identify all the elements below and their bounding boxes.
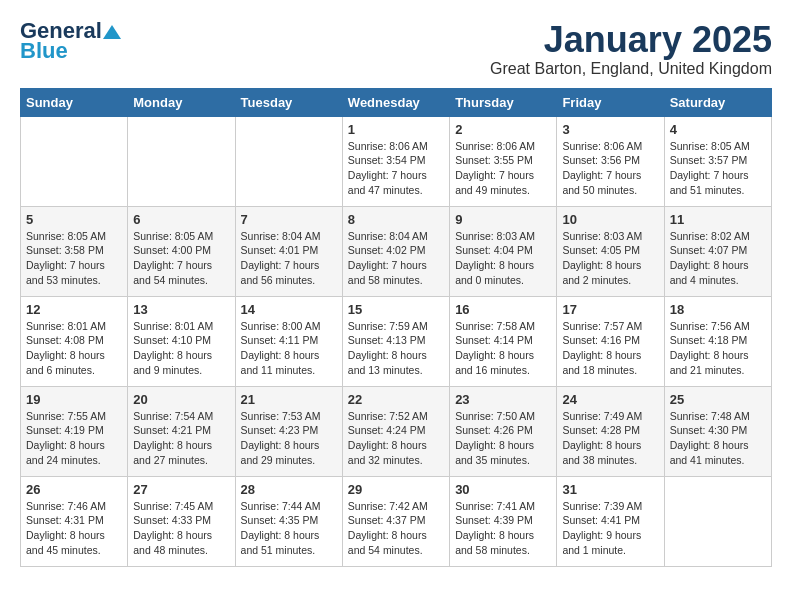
day-info: Sunrise: 7:58 AM Sunset: 4:14 PM Dayligh… [455, 319, 551, 378]
day-number: 3 [562, 122, 658, 137]
calendar-cell: 6Sunrise: 8:05 AM Sunset: 4:00 PM Daylig… [128, 206, 235, 296]
day-info: Sunrise: 8:06 AM Sunset: 3:56 PM Dayligh… [562, 139, 658, 198]
svg-marker-0 [103, 25, 121, 39]
calendar-cell: 3Sunrise: 8:06 AM Sunset: 3:56 PM Daylig… [557, 116, 664, 206]
day-number: 14 [241, 302, 337, 317]
day-number: 30 [455, 482, 551, 497]
day-info: Sunrise: 7:44 AM Sunset: 4:35 PM Dayligh… [241, 499, 337, 558]
calendar-cell: 10Sunrise: 8:03 AM Sunset: 4:05 PM Dayli… [557, 206, 664, 296]
day-number: 25 [670, 392, 766, 407]
day-info: Sunrise: 8:04 AM Sunset: 4:02 PM Dayligh… [348, 229, 444, 288]
day-info: Sunrise: 7:46 AM Sunset: 4:31 PM Dayligh… [26, 499, 122, 558]
calendar-cell [235, 116, 342, 206]
calendar-cell: 21Sunrise: 7:53 AM Sunset: 4:23 PM Dayli… [235, 386, 342, 476]
day-info: Sunrise: 8:05 AM Sunset: 3:58 PM Dayligh… [26, 229, 122, 288]
day-number: 1 [348, 122, 444, 137]
day-number: 10 [562, 212, 658, 227]
calendar-cell: 13Sunrise: 8:01 AM Sunset: 4:10 PM Dayli… [128, 296, 235, 386]
calendar-body: 1Sunrise: 8:06 AM Sunset: 3:54 PM Daylig… [21, 116, 772, 566]
week-row-1: 1Sunrise: 8:06 AM Sunset: 3:54 PM Daylig… [21, 116, 772, 206]
day-number: 24 [562, 392, 658, 407]
day-number: 26 [26, 482, 122, 497]
calendar-cell: 26Sunrise: 7:46 AM Sunset: 4:31 PM Dayli… [21, 476, 128, 566]
header-cell-friday: Friday [557, 88, 664, 116]
day-number: 12 [26, 302, 122, 317]
calendar-title: January 2025 [490, 20, 772, 60]
calendar-cell: 24Sunrise: 7:49 AM Sunset: 4:28 PM Dayli… [557, 386, 664, 476]
day-number: 9 [455, 212, 551, 227]
day-info: Sunrise: 7:45 AM Sunset: 4:33 PM Dayligh… [133, 499, 229, 558]
header-cell-monday: Monday [128, 88, 235, 116]
header-cell-sunday: Sunday [21, 88, 128, 116]
day-number: 8 [348, 212, 444, 227]
day-number: 11 [670, 212, 766, 227]
day-number: 18 [670, 302, 766, 317]
header-row: SundayMondayTuesdayWednesdayThursdayFrid… [21, 88, 772, 116]
calendar-cell: 22Sunrise: 7:52 AM Sunset: 4:24 PM Dayli… [342, 386, 449, 476]
week-row-4: 19Sunrise: 7:55 AM Sunset: 4:19 PM Dayli… [21, 386, 772, 476]
day-info: Sunrise: 7:42 AM Sunset: 4:37 PM Dayligh… [348, 499, 444, 558]
day-info: Sunrise: 7:53 AM Sunset: 4:23 PM Dayligh… [241, 409, 337, 468]
calendar-cell: 4Sunrise: 8:05 AM Sunset: 3:57 PM Daylig… [664, 116, 771, 206]
day-number: 13 [133, 302, 229, 317]
day-number: 7 [241, 212, 337, 227]
calendar-cell: 9Sunrise: 8:03 AM Sunset: 4:04 PM Daylig… [450, 206, 557, 296]
day-info: Sunrise: 7:50 AM Sunset: 4:26 PM Dayligh… [455, 409, 551, 468]
calendar-cell: 14Sunrise: 8:00 AM Sunset: 4:11 PM Dayli… [235, 296, 342, 386]
calendar-cell: 20Sunrise: 7:54 AM Sunset: 4:21 PM Dayli… [128, 386, 235, 476]
day-info: Sunrise: 7:55 AM Sunset: 4:19 PM Dayligh… [26, 409, 122, 468]
calendar-cell: 25Sunrise: 7:48 AM Sunset: 4:30 PM Dayli… [664, 386, 771, 476]
day-info: Sunrise: 8:03 AM Sunset: 4:04 PM Dayligh… [455, 229, 551, 288]
day-info: Sunrise: 8:02 AM Sunset: 4:07 PM Dayligh… [670, 229, 766, 288]
day-number: 4 [670, 122, 766, 137]
day-number: 19 [26, 392, 122, 407]
header-cell-wednesday: Wednesday [342, 88, 449, 116]
day-number: 28 [241, 482, 337, 497]
title-section: January 2025 Great Barton, England, Unit… [490, 20, 772, 78]
logo-blue: Blue [20, 40, 68, 62]
calendar-subtitle: Great Barton, England, United Kingdom [490, 60, 772, 78]
day-info: Sunrise: 8:06 AM Sunset: 3:54 PM Dayligh… [348, 139, 444, 198]
calendar-cell: 12Sunrise: 8:01 AM Sunset: 4:08 PM Dayli… [21, 296, 128, 386]
calendar-cell: 28Sunrise: 7:44 AM Sunset: 4:35 PM Dayli… [235, 476, 342, 566]
calendar-cell: 30Sunrise: 7:41 AM Sunset: 4:39 PM Dayli… [450, 476, 557, 566]
day-info: Sunrise: 7:57 AM Sunset: 4:16 PM Dayligh… [562, 319, 658, 378]
day-info: Sunrise: 7:52 AM Sunset: 4:24 PM Dayligh… [348, 409, 444, 468]
day-number: 27 [133, 482, 229, 497]
day-number: 15 [348, 302, 444, 317]
day-info: Sunrise: 8:03 AM Sunset: 4:05 PM Dayligh… [562, 229, 658, 288]
logo-icon [103, 25, 121, 39]
calendar-cell: 17Sunrise: 7:57 AM Sunset: 4:16 PM Dayli… [557, 296, 664, 386]
calendar-cell: 15Sunrise: 7:59 AM Sunset: 4:13 PM Dayli… [342, 296, 449, 386]
day-info: Sunrise: 8:05 AM Sunset: 4:00 PM Dayligh… [133, 229, 229, 288]
week-row-3: 12Sunrise: 8:01 AM Sunset: 4:08 PM Dayli… [21, 296, 772, 386]
week-row-5: 26Sunrise: 7:46 AM Sunset: 4:31 PM Dayli… [21, 476, 772, 566]
calendar-cell: 31Sunrise: 7:39 AM Sunset: 4:41 PM Dayli… [557, 476, 664, 566]
day-number: 5 [26, 212, 122, 227]
day-number: 16 [455, 302, 551, 317]
calendar-cell [21, 116, 128, 206]
header-cell-saturday: Saturday [664, 88, 771, 116]
calendar-cell [128, 116, 235, 206]
day-number: 29 [348, 482, 444, 497]
calendar-cell: 19Sunrise: 7:55 AM Sunset: 4:19 PM Dayli… [21, 386, 128, 476]
day-number: 31 [562, 482, 658, 497]
logo: General Blue [20, 20, 122, 62]
day-info: Sunrise: 8:00 AM Sunset: 4:11 PM Dayligh… [241, 319, 337, 378]
day-info: Sunrise: 7:41 AM Sunset: 4:39 PM Dayligh… [455, 499, 551, 558]
calendar-cell [664, 476, 771, 566]
day-number: 23 [455, 392, 551, 407]
day-info: Sunrise: 7:39 AM Sunset: 4:41 PM Dayligh… [562, 499, 658, 558]
day-info: Sunrise: 8:06 AM Sunset: 3:55 PM Dayligh… [455, 139, 551, 198]
day-info: Sunrise: 8:05 AM Sunset: 3:57 PM Dayligh… [670, 139, 766, 198]
week-row-2: 5Sunrise: 8:05 AM Sunset: 3:58 PM Daylig… [21, 206, 772, 296]
day-info: Sunrise: 7:48 AM Sunset: 4:30 PM Dayligh… [670, 409, 766, 468]
calendar-header: SundayMondayTuesdayWednesdayThursdayFrid… [21, 88, 772, 116]
calendar-table: SundayMondayTuesdayWednesdayThursdayFrid… [20, 88, 772, 567]
day-info: Sunrise: 8:04 AM Sunset: 4:01 PM Dayligh… [241, 229, 337, 288]
calendar-cell: 5Sunrise: 8:05 AM Sunset: 3:58 PM Daylig… [21, 206, 128, 296]
page-header: General Blue January 2025 Great Barton, … [20, 20, 772, 78]
day-info: Sunrise: 7:49 AM Sunset: 4:28 PM Dayligh… [562, 409, 658, 468]
header-cell-thursday: Thursday [450, 88, 557, 116]
calendar-cell: 27Sunrise: 7:45 AM Sunset: 4:33 PM Dayli… [128, 476, 235, 566]
